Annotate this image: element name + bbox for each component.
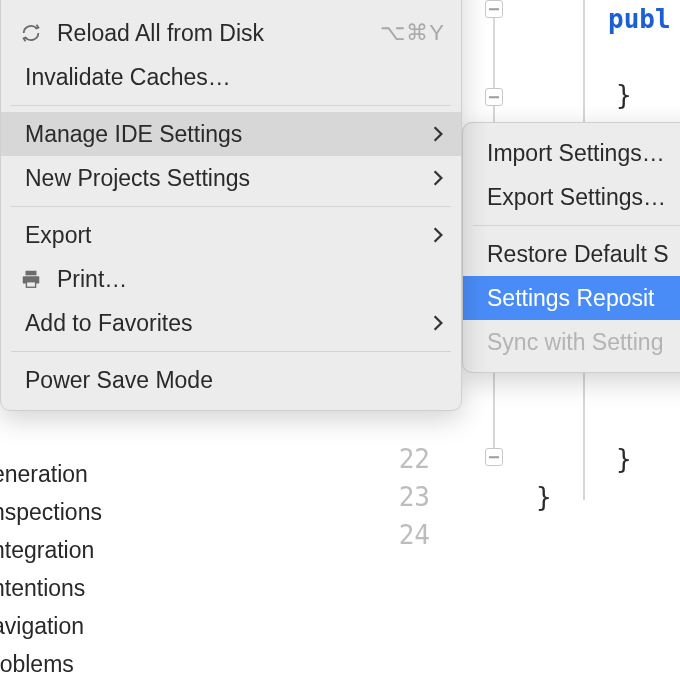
file-menu: Save All ⌘ S Reload All from Disk ⌥⌘Y In…	[0, 0, 462, 411]
manage-ide-settings-item[interactable]: Manage IDE Settings	[1, 112, 461, 156]
print-item[interactable]: Print…	[1, 257, 461, 301]
menu-label: Export	[25, 222, 423, 249]
menu-label: New Projects Settings	[25, 165, 423, 192]
shortcut: ⌘ S	[399, 0, 445, 2]
menu-label: Power Save Mode	[25, 367, 445, 394]
menu-label: Import Settings…	[487, 140, 680, 167]
chevron-right-icon	[431, 169, 445, 187]
chevron-right-icon	[431, 125, 445, 143]
chevron-right-icon	[431, 226, 445, 244]
sync-settings-item[interactable]: Sync with Setting	[463, 320, 680, 364]
add-to-favorites-item[interactable]: Add to Favorites	[1, 301, 461, 345]
export-settings-item[interactable]: Export Settings…	[463, 175, 680, 219]
list-item[interactable]: ntegration	[0, 531, 102, 569]
line-gutter: 22 23 24	[378, 440, 448, 680]
menu-label: Export Settings…	[487, 184, 680, 211]
list-item[interactable]: avigation	[0, 607, 102, 645]
line-number: 23	[378, 478, 430, 516]
fold-node-icon[interactable]	[485, 448, 503, 466]
menu-separator	[11, 105, 451, 106]
code-area[interactable]: publ }	[508, 0, 680, 114]
fold-node-icon[interactable]	[485, 88, 503, 106]
chevron-right-icon	[431, 314, 445, 332]
menu-label: Save All	[57, 0, 399, 3]
code-area[interactable]: } }	[508, 440, 680, 516]
shortcut: ⌥⌘Y	[380, 20, 445, 46]
reload-icon	[17, 22, 45, 44]
line-number: 22	[378, 440, 430, 478]
list-item[interactable]: nspections	[0, 493, 102, 531]
menu-separator	[11, 206, 451, 207]
list-item[interactable]: roblems	[0, 645, 102, 680]
reload-from-disk-item[interactable]: Reload All from Disk ⌥⌘Y	[1, 11, 461, 55]
menu-separator	[473, 225, 680, 226]
new-projects-settings-item[interactable]: New Projects Settings	[1, 156, 461, 200]
print-icon	[17, 268, 45, 290]
code-brace: }	[508, 444, 632, 474]
manage-ide-settings-submenu: Import Settings… Export Settings… Restor…	[462, 122, 680, 373]
menu-label: Invalidate Caches…	[25, 64, 445, 91]
fold-node-icon[interactable]	[485, 0, 503, 18]
power-save-mode-item[interactable]: Power Save Mode	[1, 358, 461, 402]
menu-label: Sync with Setting	[487, 329, 680, 356]
import-settings-item[interactable]: Import Settings…	[463, 131, 680, 175]
menu-separator	[11, 351, 451, 352]
menu-label: Manage IDE Settings	[25, 121, 423, 148]
code-brace: }	[508, 80, 632, 110]
menu-label: Add to Favorites	[25, 310, 423, 337]
code-brace: }	[508, 482, 552, 512]
restore-default-item[interactable]: Restore Default S	[463, 232, 680, 276]
menu-label: Reload All from Disk	[57, 20, 380, 47]
svg-rect-4	[26, 282, 35, 288]
settings-repository-item[interactable]: Settings Reposit	[463, 276, 680, 320]
code-keyword: publ	[508, 4, 671, 34]
preferences-list: eneration nspections ntegration ntention…	[0, 455, 102, 680]
menu-label: Print…	[57, 266, 445, 293]
menu-label: Settings Reposit	[487, 285, 680, 312]
svg-rect-2	[26, 271, 37, 276]
list-item[interactable]: eneration	[0, 455, 102, 493]
line-number: 24	[378, 516, 430, 554]
export-item[interactable]: Export	[1, 213, 461, 257]
save-all-item[interactable]: Save All ⌘ S	[1, 0, 461, 11]
menu-label: Restore Default S	[487, 241, 680, 268]
invalidate-caches-item[interactable]: Invalidate Caches…	[1, 55, 461, 99]
list-item[interactable]: ntentions	[0, 569, 102, 607]
